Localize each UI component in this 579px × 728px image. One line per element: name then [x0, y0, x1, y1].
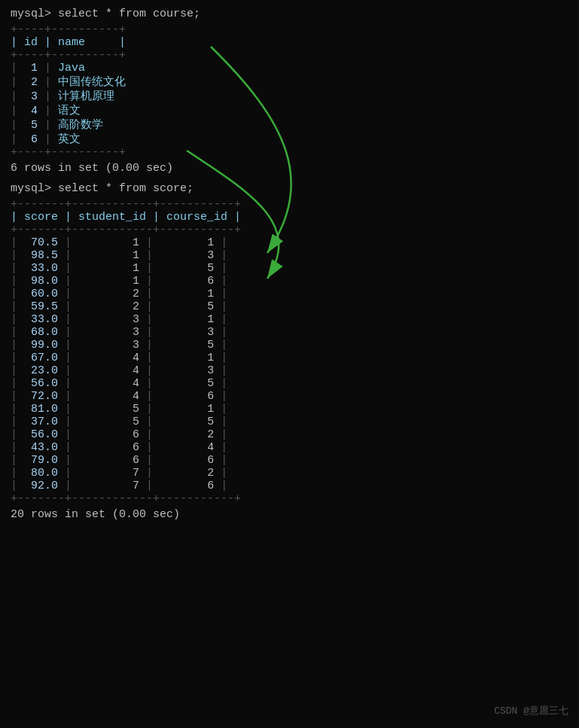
score-top-border: +-------+------------+-----------+ — [11, 198, 568, 211]
table-row: | 99.0 | 3 | 5 | — [11, 339, 568, 352]
course-rows: | 1 | Java| 2 | 中国传统文化| 3 | 计算机原理| 4 | 语… — [11, 62, 568, 146]
watermark: CSDN @意愿三七 — [494, 704, 568, 717]
score-table: +-------+------------+-----------+ | sco… — [11, 198, 568, 505]
table-row: | 67.0 | 4 | 1 | — [11, 352, 568, 364]
table-row: | 43.0 | 6 | 4 | — [11, 441, 568, 454]
course-table: +----+----------+ | id | name | +----+--… — [11, 23, 568, 159]
query2-line: mysql> select * from score; — [11, 182, 568, 195]
table-row: | 56.0 | 4 | 5 | — [11, 377, 568, 390]
query1-line: mysql> select * from course; — [11, 8, 568, 20]
table-row: | 81.0 | 5 | 1 | — [11, 403, 568, 416]
table-row: | 68.0 | 3 | 3 | — [11, 326, 568, 339]
table-row: | 33.0 | 1 | 5 | — [11, 262, 568, 275]
table-row: | 60.0 | 2 | 1 | — [11, 288, 568, 300]
score-result: 20 rows in set (0.00 sec) — [11, 508, 568, 521]
table-row: | 56.0 | 6 | 2 | — [11, 428, 568, 441]
course-result: 6 rows in set (0.00 sec) — [11, 162, 568, 175]
course-header-border: +----+----------+ — [11, 49, 568, 62]
table-row: | 70.5 | 1 | 1 | — [11, 236, 568, 249]
table-row: | 3 | 计算机原理 — [11, 89, 568, 103]
terminal-output: mysql> select * from course; +----+-----… — [11, 8, 568, 521]
table-row: | 33.0 | 3 | 1 | — [11, 313, 568, 326]
table-row: | 6 | 英文 — [11, 132, 568, 146]
table-row: | 4 | 语文 — [11, 103, 568, 117]
table-row: | 5 | 高阶数学 — [11, 117, 568, 132]
table-row: | 37.0 | 5 | 5 | — [11, 416, 568, 428]
course-top-border: +----+----------+ — [11, 23, 568, 36]
table-row: | 72.0 | 4 | 6 | — [11, 390, 568, 403]
score-header: | score | student_id | course_id | — [11, 211, 568, 224]
table-row: | 98.5 | 1 | 3 | — [11, 249, 568, 262]
table-row: | 23.0 | 4 | 3 | — [11, 364, 568, 377]
table-row: | 79.0 | 6 | 6 | — [11, 454, 568, 467]
score-header-border: +-------+------------+-----------+ — [11, 224, 568, 236]
course-header: | id | name | — [11, 36, 568, 49]
table-row: | 2 | 中国传统文化 — [11, 75, 568, 89]
course-bottom-border: +----+----------+ — [11, 146, 568, 159]
table-row: | 59.5 | 2 | 5 | — [11, 300, 568, 313]
table-row: | 92.0 | 7 | 6 | — [11, 480, 568, 492]
score-rows: | 70.5 | 1 | 1 || 98.5 | 1 | 3 || 33.0 |… — [11, 236, 568, 492]
score-bottom-border: +-------+------------+-----------+ — [11, 492, 568, 505]
table-row: | 1 | Java — [11, 62, 568, 75]
table-row: | 80.0 | 7 | 2 | — [11, 467, 568, 480]
table-row: | 98.0 | 1 | 6 | — [11, 275, 568, 288]
